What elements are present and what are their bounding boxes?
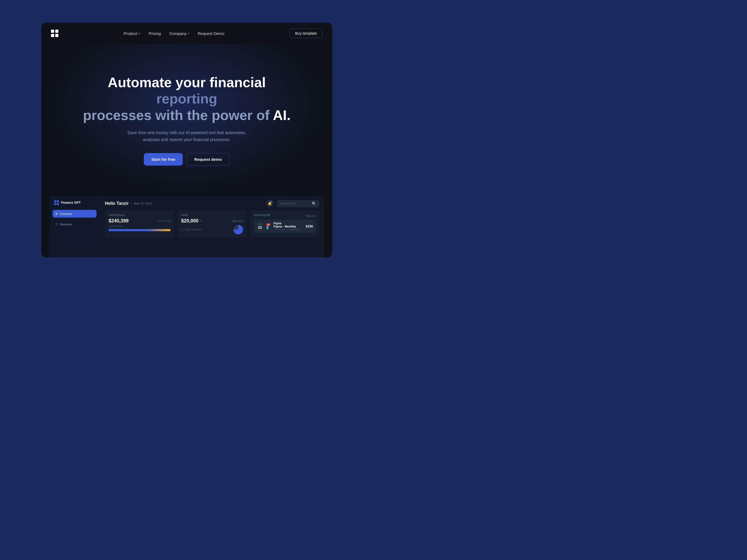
request-demo-button[interactable]: Request demo <box>186 153 229 166</box>
bill-amount: $150 <box>306 224 313 228</box>
hero-section: Automate your financial reporting proces… <box>41 44 332 196</box>
target-icon: ◎ <box>181 228 183 231</box>
search-icon: 🔍 <box>312 202 316 206</box>
buy-template-button[interactable]: Buy template <box>289 29 323 38</box>
nav-links: Product ▾ Pricing Company ▾ Request Demo <box>124 31 224 36</box>
notification-dot <box>271 201 273 203</box>
bell-button[interactable]: 🔔 <box>266 200 274 207</box>
upcoming-bill-label: Upcoming Bill <box>254 214 270 216</box>
dashboard-preview: Finance GPT ⊞ Overview ⬡ Balances Hello … <box>49 196 324 257</box>
hero-buttons: Start for free Request demo <box>144 153 229 166</box>
start-for-free-button[interactable]: Start for free <box>144 153 183 166</box>
dashboard-brand: Finance GPT <box>53 200 97 205</box>
hero-headline: Automate your financial reporting proces… <box>80 74 293 124</box>
bill-month: May <box>258 223 262 225</box>
brand-logo <box>54 200 59 205</box>
navbar: Product ▾ Pricing Company ▾ Request Demo <box>41 23 332 44</box>
dashboard-inner: Finance GPT ⊞ Overview ⬡ Balances Hello … <box>49 196 324 257</box>
bill-full-name: Figma - Monthly <box>274 225 304 228</box>
greeting-date: May 19, 2023 <box>134 202 152 205</box>
brand-name: Finance GPT <box>61 201 81 205</box>
upcoming-bill-header: Upcoming Bill View All › <box>254 214 316 218</box>
dashboard-main-content: Hello Tanzir » May 19, 2023 🔔 Search he <box>100 196 324 257</box>
total-balance-amount: $240,399 <box>109 218 129 224</box>
wallet-icon: ⬡ <box>55 222 58 226</box>
total-balance-label: Total Balance <box>109 214 171 216</box>
bill-info: Figma Figma - Monthly Last Charge - 14 M… <box>274 222 304 231</box>
total-balance-card: Total Balance $240,399 All Accounts Acco… <box>105 210 174 238</box>
account-type-bar <box>109 229 171 231</box>
bill-company: Figma <box>274 222 304 225</box>
edit-icon[interactable]: ✎ <box>200 219 202 222</box>
arrows-icon: » <box>131 202 133 205</box>
main-card: Product ▾ Pricing Company ▾ Request Demo <box>41 23 332 257</box>
greeting-area: Hello Tanzir » May 19, 2023 <box>105 201 152 206</box>
bill-sub: Last Charge - 14 May, 2022 <box>274 228 304 231</box>
nav-item-demo[interactable]: Request Demo <box>198 31 224 36</box>
greeting-meta: » May 19, 2023 <box>131 202 152 205</box>
total-balance-tag: All Accounts <box>157 220 171 222</box>
sidebar-item-overview[interactable]: ⊞ Overview <box>53 210 97 218</box>
nav-item-product[interactable]: Product ▾ <box>124 31 140 36</box>
upcoming-bill-card: Upcoming Bill View All › May 15 <box>250 210 319 238</box>
dashboard-header: Hello Tanzir » May 19, 2023 🔔 Search he <box>105 200 319 207</box>
bill-item-figma: May 15 Figma <box>254 220 316 233</box>
header-right-controls: 🔔 Search here 🔍 <box>266 200 319 207</box>
greeting-text: Hello Tanzir <box>105 201 129 206</box>
chevron-right-icon: › <box>315 215 316 217</box>
account-type-label: Account Type <box>109 225 171 228</box>
total-balance-row: $240,399 All Accounts <box>109 218 171 224</box>
search-bar[interactable]: Search here 🔍 <box>277 200 319 207</box>
bill-day: 15 <box>258 225 262 230</box>
figma-logo <box>265 223 271 229</box>
grid-icon: ⊞ <box>55 212 58 215</box>
goals-label: Goals <box>181 214 243 216</box>
sidebar-item-balances[interactable]: ⬡ Balances <box>53 220 97 228</box>
view-all-button[interactable]: View All › <box>306 215 316 217</box>
goals-date: May, 2023 <box>232 220 243 222</box>
goals-amount: $20,000 <box>181 218 199 224</box>
goals-card: Goals $20,000 ✎ May, 2023 ◎ Target Achie… <box>177 210 247 238</box>
nav-item-company[interactable]: Company ▾ <box>170 31 189 36</box>
dashboard-cards: Total Balance $240,399 All Accounts Acco… <box>105 210 319 238</box>
chevron-down-icon: ▾ <box>188 32 189 35</box>
chevron-down-icon: ▾ <box>139 32 140 35</box>
logo <box>51 30 58 37</box>
goal-progress-circle <box>233 225 243 234</box>
nav-item-pricing[interactable]: Pricing <box>149 31 161 36</box>
goals-row: $20,000 ✎ May, 2023 <box>181 218 243 224</box>
hero-subtext: Save time and money with our AI-powered … <box>125 129 248 143</box>
dashboard-sidebar: Finance GPT ⊞ Overview ⬡ Balances <box>49 196 100 257</box>
bill-date: May 15 <box>256 223 263 230</box>
target-achieved: ◎ Target Achieved <box>181 225 243 234</box>
search-placeholder-text: Search here <box>280 202 296 205</box>
